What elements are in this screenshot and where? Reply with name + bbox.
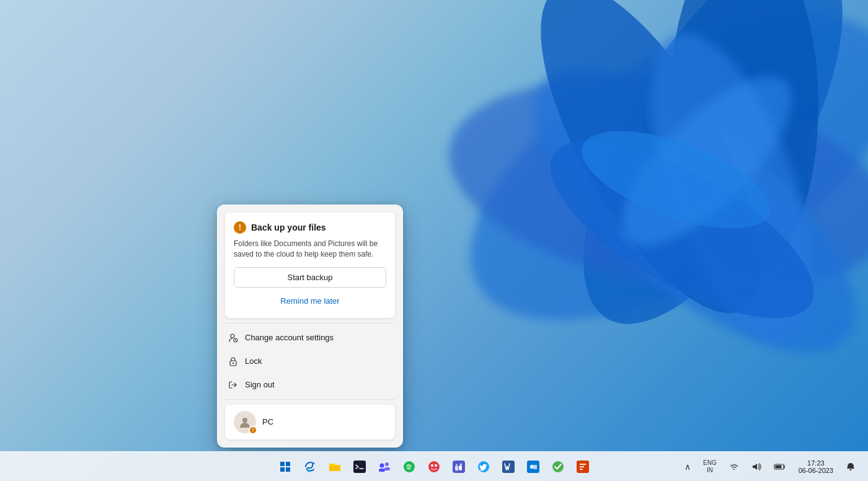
menu-item-change-account-label: Change account settings [245,333,334,342]
svg-rect-39 [775,465,781,468]
svg-point-8 [597,51,817,271]
taskbar-center-icons [274,456,594,478]
app-red-icon[interactable] [572,456,594,478]
file-explorer-icon[interactable] [324,456,346,478]
backup-description: Folders like Documents and Pictures will… [234,239,386,260]
taskbar-right: ∧ ENG IN [680,457,868,477]
svg-rect-15 [280,462,285,466]
wifi-icon[interactable] [724,459,744,474]
menu-item-lock[interactable]: Lock [218,350,402,373]
wallpaper-bloom [372,0,868,481]
svg-point-5 [499,0,804,344]
lang-line2: IN [707,467,713,474]
spotify-icon[interactable] [398,456,420,478]
user-name: PC [262,417,273,426]
person-settings-icon [228,332,239,343]
svg-rect-16 [286,462,290,466]
lang-line1: ENG [703,459,717,467]
warning-icon: ! [234,221,246,234]
app-icon-1[interactable] [423,456,445,478]
svg-point-27 [435,464,437,467]
edge-icon[interactable] [299,456,321,478]
clock-date: 06-06-2023 [799,467,833,474]
svg-rect-17 [280,467,285,472]
svg-point-26 [431,464,433,467]
menu-item-change-account[interactable]: Change account settings [218,326,402,350]
backup-card: ! Back up your files Folders like Docume… [225,213,395,318]
svg-rect-19 [353,461,366,473]
svg-point-21 [380,463,384,467]
teams-icon[interactable] [373,456,396,478]
svg-point-20 [385,462,389,466]
backup-title-row: ! Back up your files [234,221,386,234]
menu-item-lock-label: Lock [245,356,262,366]
word-icon[interactable] [497,456,520,478]
start-button[interactable] [274,456,296,478]
start-backup-button[interactable]: Start backup [234,267,386,288]
svg-rect-22 [379,469,385,472]
svg-point-13 [232,362,234,363]
sign-out-icon [228,379,239,391]
svg-point-0 [422,0,868,382]
menu-divider-2 [225,399,395,400]
avatar-warning-badge: ! [249,426,257,435]
svg-point-25 [428,461,440,472]
outlook-icon[interactable] [522,456,544,478]
volume-icon[interactable] [746,459,766,474]
backup-title-text: Back up your files [251,223,326,232]
clock-area[interactable]: 17:23 06-06-2023 [794,458,838,475]
twitter-icon[interactable] [472,456,495,478]
svg-point-9 [570,111,782,249]
svg-point-30 [456,464,458,466]
svg-point-36 [552,461,564,472]
svg-point-6 [618,13,845,358]
chevron-up-icon: ∧ [684,462,691,472]
lock-icon [228,356,239,367]
taskbar: ∧ ENG IN [0,451,868,481]
language-indicator[interactable]: ENG IN [698,457,722,477]
avatar: ! [234,411,256,433]
svg-rect-23 [384,467,390,470]
svg-point-7 [525,107,839,352]
terminal-icon[interactable] [348,456,371,478]
notification-button[interactable] [841,459,861,474]
app-green-icon[interactable] [547,456,569,478]
battery-icon[interactable] [769,459,791,474]
system-tray[interactable]: ∧ [680,459,696,474]
svg-point-2 [433,50,868,322]
svg-point-10 [231,334,234,338]
popup-menu: ! Back up your files Folders like Docume… [217,205,403,448]
clock-time: 17:23 [807,459,825,467]
svg-point-3 [670,0,818,279]
svg-point-4 [490,22,868,400]
menu-divider-1 [225,323,395,324]
svg-point-14 [242,418,247,423]
ms-teams-icon[interactable] [448,456,470,478]
user-section[interactable]: ! PC [225,405,395,439]
desktop: ! Back up your files Folders like Docume… [0,0,868,481]
menu-item-sign-out-label: Sign out [245,380,275,389]
svg-point-1 [533,0,868,362]
svg-rect-18 [286,467,290,472]
svg-point-29 [460,463,462,465]
menu-item-sign-out[interactable]: Sign out [218,373,402,397]
remind-later-link[interactable]: Remind me later [234,293,386,309]
